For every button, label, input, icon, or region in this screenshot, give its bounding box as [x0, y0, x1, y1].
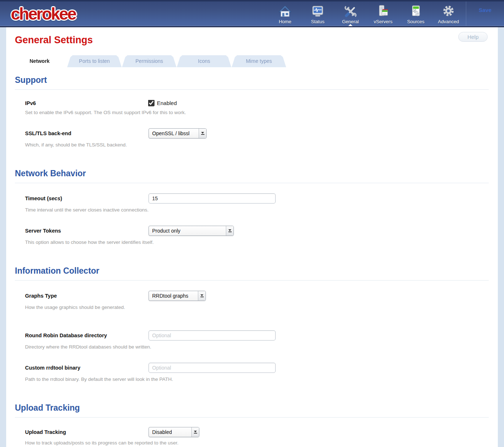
nav-item-advanced[interactable]: Advanced	[432, 1, 465, 26]
nav-label: Home	[279, 19, 292, 24]
section-divider	[15, 417, 489, 418]
gear-icon	[442, 4, 455, 18]
field-label: Custom rrdtool binary	[25, 365, 149, 371]
ipv6-enabled-control: Enabled	[149, 100, 177, 106]
field-description: Set to enable the IPv6 support. The OS m…	[25, 110, 489, 115]
field-label: Timeout (secs)	[25, 196, 149, 201]
dropdown-arrow-icon	[191, 427, 199, 437]
field-timeout: Timeout (secs) Time interval until the s…	[25, 193, 489, 213]
field-description: How to track uploads/posts so its progre…	[25, 440, 489, 446]
status-icon	[311, 4, 325, 18]
select-value: OpenSSL / libssl	[149, 130, 190, 136]
tab-icons[interactable]: Icons	[177, 55, 231, 67]
nav-item-status[interactable]: Status	[301, 1, 334, 26]
tools-icon	[344, 4, 357, 18]
settings-tabs: Network Ports to listen Permissions Icon…	[12, 55, 498, 67]
section-information-collector: Information Collector Graphs Type RRDtoo…	[6, 266, 498, 382]
nav-label: Status	[311, 19, 325, 24]
page-title: General Settings	[6, 27, 498, 46]
section-title: Upload Tracking	[15, 403, 489, 413]
cherokee-logo: cherokee	[11, 4, 76, 24]
active-section-caret	[348, 24, 353, 26]
server-tokens-select[interactable]: Product only	[149, 226, 234, 236]
section-title: Information Collector	[15, 266, 489, 276]
checkbox-label: Enabled	[157, 100, 177, 106]
nav-item-vservers[interactable]: vServers	[367, 1, 399, 26]
section-divider	[15, 183, 489, 183]
graphs-type-select[interactable]: RRDtool graphs	[149, 291, 206, 301]
select-value: Product only	[149, 228, 180, 234]
top-navbar: cherokee Home S	[0, 0, 504, 27]
field-ipv6: IPv6 Enabled Set to enable the IPv6 supp…	[25, 100, 489, 115]
ssl-backend-select[interactable]: OpenSSL / libssl	[149, 128, 207, 138]
content-area: Help General Settings Network Ports to l…	[6, 27, 498, 447]
select-value: RRDtool graphs	[149, 293, 188, 299]
home-icon	[278, 4, 292, 18]
nav-item-home[interactable]: Home	[269, 1, 301, 26]
section-divider	[15, 280, 489, 281]
field-description: How the usage graphics should be generat…	[25, 305, 489, 310]
section-support: Support IPv6 Enabled Set to enable the I…	[6, 75, 498, 148]
tab-ports-to-listen[interactable]: Ports to listen	[67, 55, 122, 67]
section-network-behavior: Network Behavior Timeout (secs) Time int…	[6, 169, 498, 245]
dropdown-arrow-icon	[226, 226, 233, 235]
timeout-input[interactable]	[149, 193, 276, 204]
rrd-directory-input[interactable]	[149, 330, 276, 341]
dropdown-arrow-icon	[198, 291, 206, 301]
tab-mime-types[interactable]: Mime types	[232, 55, 286, 67]
upload-tracking-select[interactable]: Disabled	[149, 427, 199, 437]
field-label: Graphs Type	[25, 293, 149, 299]
field-description: Which, if any, should be the TLS/SSL bac…	[25, 142, 489, 148]
nav-item-sources[interactable]: Sources	[399, 1, 432, 26]
field-description: Time interval until the server closes in…	[25, 207, 489, 213]
field-rrdtool-binary: Custom rrdtool binary Path to the rrdtoo…	[25, 363, 489, 382]
field-upload-tracking: Upload Tracking Disabled How to track up…	[25, 427, 489, 446]
field-description: Path to the rrdtool binary. By default t…	[25, 376, 489, 382]
section-title: Network Behavior	[15, 169, 489, 178]
save-area: Save	[466, 1, 504, 26]
field-description: Directory where the RRDtool databases sh…	[25, 344, 489, 350]
field-label: Round Robin Database directory	[25, 333, 149, 338]
field-ssl-backend: SSL/TLS back-end OpenSSL / libssl Which,…	[25, 128, 489, 148]
field-label: Upload Tracking	[25, 429, 149, 435]
dropdown-arrow-icon	[199, 129, 206, 138]
nav-label: Sources	[407, 19, 424, 24]
field-label: Server Tokens	[25, 228, 149, 234]
main-navigation: Home Status	[269, 1, 465, 26]
field-label: IPv6	[25, 100, 149, 106]
field-graphs-type: Graphs Type RRDtool graphs How the usage…	[25, 291, 489, 310]
vservers-icon	[376, 4, 390, 18]
tab-permissions[interactable]: Permissions	[122, 55, 176, 67]
nav-item-general[interactable]: General	[334, 1, 367, 26]
section-title: Support	[15, 75, 489, 85]
help-button[interactable]: Help	[458, 32, 488, 42]
rrdtool-binary-input[interactable]	[149, 363, 276, 373]
field-label: SSL/TLS back-end	[25, 130, 149, 136]
field-description: This option allows to choose how the ser…	[25, 239, 489, 245]
nav-label: Advanced	[438, 19, 459, 24]
sources-icon	[409, 4, 423, 18]
ipv6-enabled-checkbox[interactable]	[148, 100, 155, 106]
section-upload-tracking: Upload Tracking Upload Tracking Disabled…	[6, 403, 498, 446]
save-button[interactable]: Save	[479, 7, 491, 26]
nav-label: vServers	[374, 19, 392, 24]
select-value: Disabled	[149, 429, 172, 435]
tab-network[interactable]: Network	[12, 55, 67, 67]
section-divider	[15, 89, 489, 90]
nav-label: General	[342, 19, 359, 24]
field-rrd-directory: Round Robin Database directory Directory…	[25, 330, 489, 350]
field-server-tokens: Server Tokens Product only This option a…	[25, 226, 489, 245]
